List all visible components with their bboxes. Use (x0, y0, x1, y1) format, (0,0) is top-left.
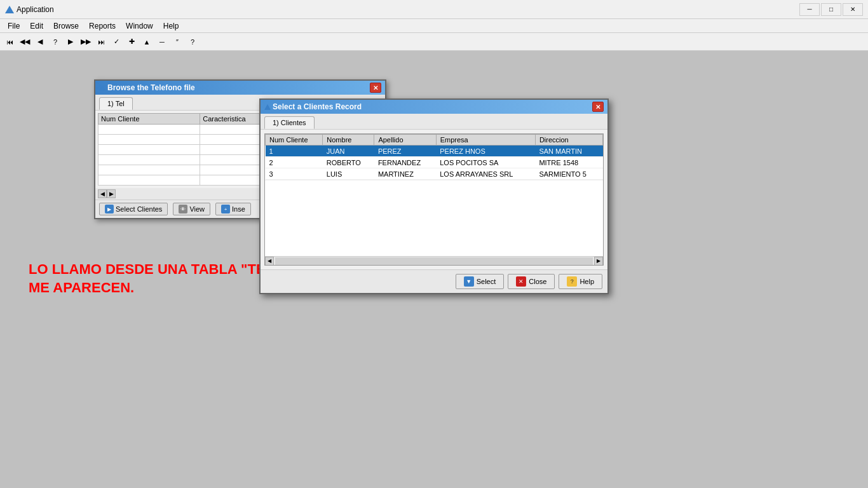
select-close-button[interactable]: ✕ (592, 102, 604, 112)
table-row[interactable]: 3LUISMARTINEZLOS ARRAYANES SRLSARMIENTO … (266, 168, 603, 180)
select-record-label: Select (477, 278, 496, 285)
cell-num: 1 (266, 146, 323, 157)
cell-apellido: FERNANDEZ (374, 157, 436, 168)
main-area: Browse the Telefono file ✕ 1) Tel Num Cl… (0, 51, 868, 488)
col-nombre: Nombre (323, 135, 374, 146)
toolbar-up[interactable]: ▲ (140, 35, 154, 49)
close-button[interactable]: ✕ (843, 3, 863, 16)
help-select-icon: ? (567, 276, 577, 287)
cell-nombre: LUIS (323, 168, 374, 180)
insert-icon: + (221, 205, 230, 214)
col-empresa: Empresa (436, 135, 535, 146)
select-clientes-label: Select Clientes (116, 205, 162, 213)
view-icon: 👁 (179, 205, 187, 214)
insert-button[interactable]: + Inse (215, 203, 251, 215)
close-select-button[interactable]: ✕ Close (508, 274, 555, 289)
menu-edit[interactable]: Edit (25, 20, 48, 32)
toolbar-prev-prev[interactable]: ◀◀ (18, 35, 32, 49)
select-clientes-button[interactable]: ▶ Select Clientes (99, 203, 168, 215)
select-table: Num Cliente Nombre Apellido Empresa Dire… (265, 134, 603, 180)
app-title: Application (17, 5, 799, 14)
app-logo-icon (5, 6, 14, 13)
hscroll-left-arrow[interactable]: ◀ (265, 257, 274, 266)
toolbar-prev[interactable]: ◀ (33, 35, 47, 49)
menu-reports[interactable]: Reports (84, 20, 121, 32)
cell-nombre: JUAN (323, 146, 374, 157)
toolbar: ⏮ ◀◀ ◀ ? ▶ ▶▶ ⏭ ✓ ✚ ▲ ─ ″ ? (0, 33, 868, 51)
browse-title-bar: Browse the Telefono file ✕ (95, 81, 385, 95)
cell-direccion: MITRE 1548 (535, 157, 602, 168)
cell-empresa: LOS POCITOS SA (436, 157, 535, 168)
toolbar-minus[interactable]: ─ (155, 35, 169, 49)
menu-window[interactable]: Window (121, 20, 158, 32)
cell-num: 2 (266, 157, 323, 168)
hscroll-right-arrow[interactable]: ▶ (594, 257, 603, 266)
help-select-button[interactable]: ? Help (559, 274, 602, 289)
browse-window-title: Browse the Telefono file (107, 83, 370, 92)
select-clientes-icon: ▶ (105, 205, 114, 214)
toolbar-check[interactable]: ✓ (109, 35, 123, 49)
browse-close-button[interactable]: ✕ (370, 83, 381, 93)
cell (98, 145, 200, 155)
menu-bar: File Edit Browse Reports Window Help (0, 19, 868, 33)
insert-label: Inse (232, 205, 245, 213)
select-record-icon: ▼ (464, 276, 474, 287)
cell (98, 165, 200, 175)
browse-tab-tel[interactable]: 1) Tel (99, 97, 133, 110)
scroll-right-arrow[interactable]: ▶ (107, 189, 116, 198)
cell (98, 175, 200, 186)
title-bar-controls: ─ □ ✕ (799, 3, 863, 16)
select-logo-icon (264, 104, 271, 110)
select-empty-area (265, 180, 603, 256)
toolbar-first[interactable]: ⏮ (3, 35, 17, 49)
select-tab-clientes[interactable]: 1) Clientes (264, 116, 315, 129)
toolbar-help[interactable]: ? (186, 35, 200, 49)
select-window: Select a Clientes Record ✕ 1) Clientes N… (259, 98, 609, 294)
cell-apellido: PEREZ (374, 146, 436, 157)
cell-empresa: LOS ARRAYANES SRL (436, 168, 535, 180)
view-label: View (189, 205, 205, 213)
cell-nombre: ROBERTO (323, 157, 374, 168)
help-select-label: Help (580, 278, 594, 285)
toolbar-last[interactable]: ⏭ (94, 35, 108, 49)
browse-col-num: Num Cliente (98, 114, 200, 125)
select-window-title: Select a Clientes Record (273, 102, 592, 111)
select-footer: ▼ Select ✕ Close ? Help (261, 269, 607, 293)
scroll-left-arrow[interactable]: ◀ (98, 189, 107, 198)
toolbar-query[interactable]: ? (48, 35, 62, 49)
cell-direccion: SAN MARTIN (535, 146, 602, 157)
toolbar-quote[interactable]: ″ (170, 35, 184, 49)
toolbar-next-next[interactable]: ▶▶ (79, 35, 93, 49)
table-row[interactable]: 2ROBERTOFERNANDEZLOS POCITOS SAMITRE 154… (266, 157, 603, 168)
title-bar: Application ─ □ ✕ (0, 0, 868, 19)
toolbar-add[interactable]: ✚ (125, 35, 139, 49)
select-hscrollbar: ◀ ▶ (265, 256, 603, 265)
menu-browse[interactable]: Browse (48, 20, 84, 32)
col-direccion: Direccion (535, 135, 602, 146)
maximize-button[interactable]: □ (821, 3, 841, 16)
cell-apellido: MARTINEZ (374, 168, 436, 180)
toolbar-next[interactable]: ▶ (64, 35, 78, 49)
browse-logo-icon (99, 85, 105, 91)
table-row[interactable]: 1JUANPEREZPEREZ HNOSSAN MARTIN (266, 146, 603, 157)
cell-num: 3 (266, 168, 323, 180)
col-num-cliente: Num Cliente (266, 135, 323, 146)
menu-help[interactable]: Help (158, 20, 184, 32)
hscroll-track (275, 257, 593, 265)
cell-direccion: SARMIENTO 5 (535, 168, 602, 180)
minimize-button[interactable]: ─ (799, 3, 820, 16)
cell-empresa: PEREZ HNOS (436, 146, 535, 157)
cell (98, 155, 200, 165)
close-select-icon: ✕ (516, 276, 526, 287)
select-tab-bar: 1) Clientes (261, 114, 607, 130)
select-table-header: Num Cliente Nombre Apellido Empresa Dire… (266, 135, 603, 146)
cell (98, 135, 200, 145)
select-title-bar: Select a Clientes Record ✕ (261, 100, 607, 114)
cell (98, 125, 200, 135)
col-apellido: Apellido (374, 135, 436, 146)
menu-file[interactable]: File (3, 20, 25, 32)
close-select-label: Close (529, 278, 546, 285)
view-button[interactable]: 👁 View (173, 203, 210, 215)
select-record-button[interactable]: ▼ Select (456, 274, 505, 289)
select-table-container: Num Cliente Nombre Apellido Empresa Dire… (264, 133, 604, 266)
